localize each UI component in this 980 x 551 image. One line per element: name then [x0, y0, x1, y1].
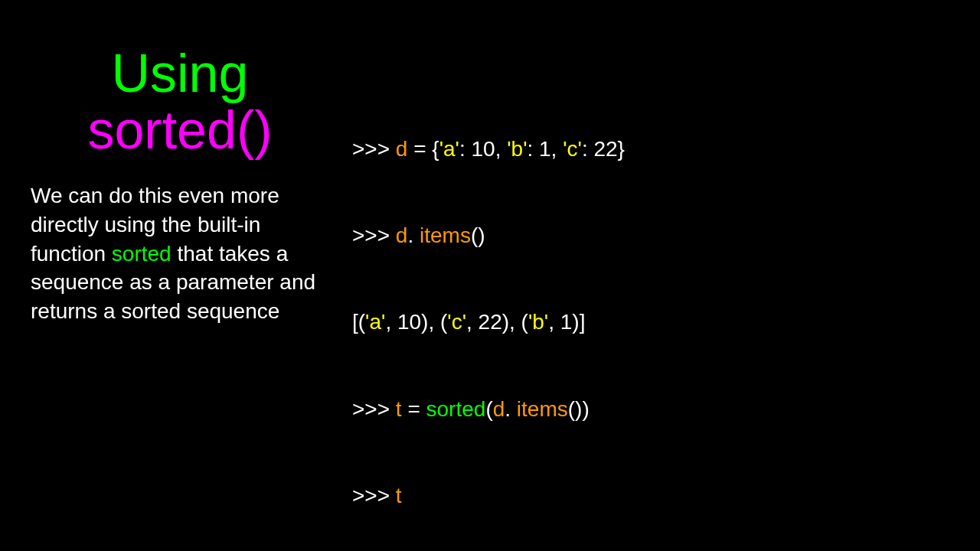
body-keyword-sorted: sorted: [112, 242, 172, 266]
code-line-3: [('a', 10), ('c', 22), ('b', 1)]: [352, 308, 949, 337]
left-column: Using sorted() We can do this even more …: [31, 46, 352, 520]
title-line2: sorted(): [87, 100, 272, 160]
title-line1: Using: [112, 44, 249, 103]
code-line-5: >>> t: [352, 481, 949, 510]
body-text: We can do this even more directly using …: [31, 181, 329, 326]
code-line-2: >>> d. items(): [352, 221, 949, 250]
slide-title: Using sorted(): [31, 46, 329, 158]
code-line-1: >>> d = {'a': 10, 'b': 1, 'c': 22}: [352, 135, 949, 164]
slide: Using sorted() We can do this even more …: [0, 0, 980, 551]
code-line-4: >>> t = sorted(d. items()): [352, 395, 949, 424]
code-panel: >>> d = {'a': 10, 'b': 1, 'c': 22} >>> d…: [352, 46, 949, 520]
